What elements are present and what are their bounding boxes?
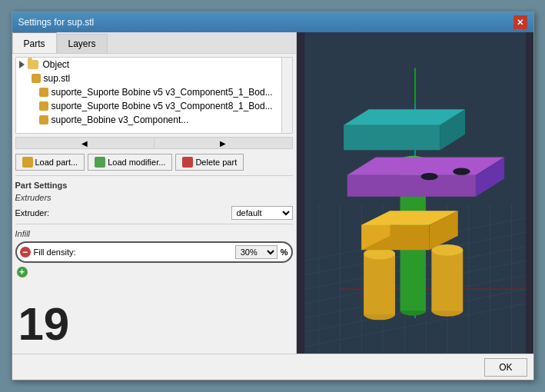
load-modifier-button[interactable]: Load modifier... (88, 154, 172, 171)
svg-point-38 (453, 168, 470, 174)
part-icon (39, 101, 48, 111)
plus-row: + (12, 264, 296, 280)
big-number: 19 (12, 294, 296, 354)
tree-root[interactable]: Object (16, 58, 292, 71)
extruders-label: Extruders (12, 191, 296, 204)
part-icon (39, 88, 48, 97)
infill-label: Infill (12, 228, 296, 240)
infill-section: Infill − Fill density: 10% 15% 20% 25% 3… (12, 228, 296, 280)
fill-density-unit: % (281, 247, 288, 257)
part-icon (32, 74, 41, 83)
svg-marker-34 (347, 175, 475, 197)
fill-density-label: Fill density: (34, 247, 232, 257)
folder-icon (28, 60, 38, 69)
3d-viewport (297, 32, 533, 354)
extruder-select[interactable]: default Extruder 1 Extruder 2 (231, 206, 293, 220)
svg-rect-22 (364, 254, 395, 314)
delete-part-button[interactable]: Delete part (175, 154, 244, 171)
tree-item[interactable]: sup.stl (16, 71, 292, 85)
scroll-right[interactable]: ▶ (155, 138, 292, 148)
load-modifier-icon (95, 157, 105, 168)
main-window: Settings for sup.stl ✕ Parts Layers Obje… (12, 12, 534, 380)
delete-part-icon (182, 157, 193, 168)
tree-item[interactable]: suporte_Suporte Bobine v5 v3_Component8_… (16, 99, 292, 113)
svg-marker-39 (344, 125, 440, 151)
tree-scrollbar[interactable] (281, 58, 292, 133)
load-part-icon (22, 157, 33, 168)
tree-item[interactable]: suporte_Suporte Bobine v5 v3_Component5_… (16, 85, 292, 99)
close-button[interactable]: ✕ (513, 15, 527, 29)
fill-density-row: − Fill density: 10% 15% 20% 25% 30% 40% … (15, 241, 293, 263)
divider (15, 175, 293, 176)
scroll-left[interactable]: ◀ (16, 138, 155, 148)
divider2 (15, 224, 293, 224)
title-bar: Settings for sup.stl ✕ (12, 12, 533, 32)
action-buttons: Load part... Load modifier... Delete par… (12, 151, 296, 174)
bottom-bar: OK (12, 354, 533, 380)
scroll-arrows: ◀ ▶ (15, 137, 293, 149)
object-tree[interactable]: Object sup.stl suporte_Suporte Bobine v5… (15, 57, 293, 134)
svg-rect-25 (431, 250, 463, 311)
left-panel: Parts Layers Object sup.stl (12, 32, 297, 354)
tab-parts[interactable]: Parts (12, 32, 57, 53)
tab-bar: Parts Layers (12, 32, 296, 54)
part-icon (39, 115, 48, 125)
ok-button[interactable]: OK (484, 358, 527, 377)
minus-icon[interactable]: − (20, 247, 31, 257)
main-content: Parts Layers Object sup.stl (12, 32, 533, 354)
tab-layers[interactable]: Layers (57, 34, 108, 53)
extruder-row: Extruder: default Extruder 1 Extruder 2 (12, 204, 296, 222)
extruder-field-label: Extruder: (15, 208, 228, 218)
window-title: Settings for sup.stl (18, 17, 95, 28)
3d-scene (297, 32, 533, 354)
tree-item[interactable]: suporte_Bobine v3_Component... (16, 113, 292, 127)
add-setting-button[interactable]: + (17, 267, 28, 277)
expand-icon (19, 61, 25, 68)
part-settings-label: Part Settings (12, 178, 296, 191)
load-part-button[interactable]: Load part... (15, 154, 85, 171)
fill-density-select[interactable]: 10% 15% 20% 25% 30% 40% 50% (235, 245, 277, 259)
svg-point-37 (420, 173, 437, 180)
